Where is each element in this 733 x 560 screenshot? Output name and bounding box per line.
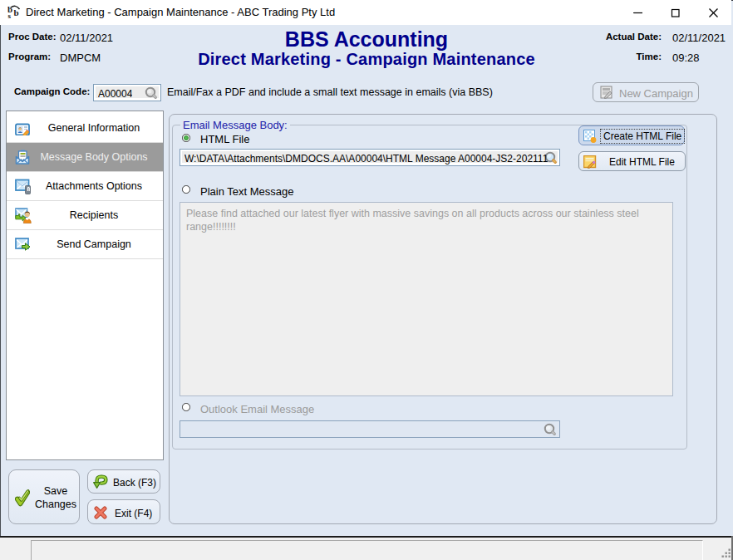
svg-text:s: s bbox=[8, 12, 12, 19]
svg-text:b: b bbox=[14, 7, 19, 17]
